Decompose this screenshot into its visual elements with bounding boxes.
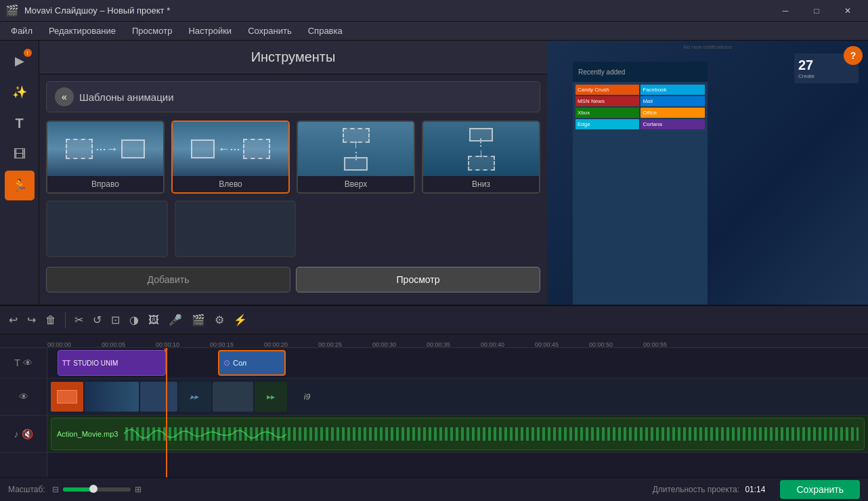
template-up[interactable]: ···→ Вверх bbox=[297, 121, 415, 194]
tile-fb: Facebook bbox=[641, 85, 705, 95]
settings-button[interactable]: ⚙ bbox=[211, 310, 227, 330]
vt7-text: i9 bbox=[303, 392, 311, 401]
track-label-audio: ♪ 🔇 bbox=[0, 416, 47, 453]
menu-save[interactable]: Сохранить bbox=[240, 23, 300, 39]
template-right-thumb: ···→ bbox=[47, 122, 163, 176]
ruler-0: 00:00:00 bbox=[47, 341, 71, 348]
anim-box-left-src bbox=[243, 139, 270, 159]
vt6-label: ▶▶ bbox=[267, 394, 275, 400]
maximize-button[interactable]: □ bbox=[802, 0, 831, 22]
menu-edit[interactable]: Редактирование bbox=[41, 23, 124, 39]
tile-cortana: Cortana bbox=[641, 119, 705, 129]
track-label-video: 👁 bbox=[0, 378, 47, 416]
timeline-tracks: T 👁 👁 ♪ 🔇 bbox=[0, 348, 868, 477]
track-content: TT STUDIO UNIM ⊙ Сол bbox=[47, 348, 868, 477]
vt1-inner bbox=[57, 390, 77, 404]
audio-waveform bbox=[124, 422, 859, 446]
video-track-row: ▶▶ ▶▶ i9 bbox=[47, 378, 868, 416]
menu-settings[interactable]: Настройки bbox=[180, 23, 240, 39]
text-track-eye-icon[interactable]: 👁 bbox=[23, 357, 32, 368]
preview-animation-button[interactable]: Просмотр bbox=[296, 267, 540, 292]
video-button[interactable]: 🎬 bbox=[188, 310, 209, 330]
color-button[interactable]: ◑ bbox=[126, 310, 142, 330]
sliders-button[interactable]: ⚡ bbox=[230, 310, 251, 330]
tool-media[interactable]: ▶ ! bbox=[5, 46, 35, 76]
text-track-T-icon[interactable]: T bbox=[14, 357, 20, 368]
video-track-icons: 👁 bbox=[19, 391, 28, 402]
menu-file[interactable]: Файл bbox=[3, 23, 41, 39]
template-grid-row1: ···→ Вправо ←··· Влев bbox=[46, 121, 540, 194]
help-button[interactable]: ? bbox=[844, 46, 863, 65]
anim-box-left-dst bbox=[191, 139, 215, 158]
tools-title: Инструменты bbox=[251, 49, 336, 65]
scale-min-icon: ⊟ bbox=[52, 485, 59, 494]
audio-track-note-icon[interactable]: ♪ bbox=[14, 429, 19, 439]
audio-track-mute-icon[interactable]: 🔇 bbox=[22, 429, 33, 439]
add-animation-button[interactable]: Добавить bbox=[46, 267, 290, 292]
tool-animation[interactable]: 🏃 bbox=[5, 171, 35, 200]
app-title: 🎬 Movavi Слайдшоу – Новый проект * bbox=[5, 4, 170, 17]
start-menu-header: Recently added bbox=[573, 62, 708, 82]
tile-office: Office bbox=[641, 108, 705, 118]
scale-max-icon: ⊞ bbox=[135, 485, 142, 494]
no-new-notifications: No new notifications bbox=[683, 44, 732, 50]
menu-help[interactable]: Справка bbox=[300, 23, 351, 39]
redo2-button[interactable]: ↺ bbox=[89, 310, 105, 330]
undo-button[interactable]: ↩ bbox=[5, 310, 21, 330]
animation-buttons: Добавить Просмотр bbox=[46, 267, 540, 292]
template-right[interactable]: ···→ Вправо bbox=[46, 121, 165, 194]
ruler-15: 00:00:15 bbox=[210, 341, 234, 348]
playhead[interactable] bbox=[166, 348, 167, 477]
template-left-thumb: ←··· bbox=[173, 122, 288, 176]
template-extra-1-thumb bbox=[47, 202, 167, 256]
ruler-25: 00:00:25 bbox=[318, 341, 342, 348]
video-strip[interactable]: ▶▶ ▶▶ i9 bbox=[51, 380, 403, 413]
template-up-label: Вверх bbox=[341, 176, 370, 192]
template-extra-2[interactable] bbox=[175, 200, 297, 257]
tool-filter[interactable]: 🎞 bbox=[5, 139, 35, 169]
vt2-inner bbox=[85, 382, 139, 412]
animation-icon: 🏃 bbox=[12, 178, 27, 193]
video-thumb-5 bbox=[213, 382, 253, 412]
tool-text[interactable]: T bbox=[5, 108, 35, 138]
video-thumb-4: ▶▶ bbox=[179, 382, 211, 412]
video-track-eye-icon[interactable]: 👁 bbox=[19, 391, 28, 402]
tools-header: Инструменты bbox=[39, 41, 547, 74]
svg-rect-1 bbox=[124, 422, 859, 446]
audio-clip[interactable]: Action_Movie.mp3 bbox=[51, 418, 865, 450]
template-down[interactable]: ···→ Вниз bbox=[422, 121, 540, 194]
timeline: ↩ ↪ 🗑 ✂ ↺ ⊡ ◑ 🖼 🎤 🎬 ⚙ ⚡ 00:00:00 00:00:0… bbox=[0, 305, 868, 477]
ruler-20: 00:00:20 bbox=[264, 341, 288, 348]
cut-button[interactable]: ✂ bbox=[71, 310, 87, 330]
ruler-55: 00:00:55 bbox=[643, 341, 667, 348]
tool-magic[interactable]: ✨ bbox=[5, 77, 35, 107]
ruler-50: 00:00:50 bbox=[589, 341, 613, 348]
minimize-button[interactable]: ─ bbox=[771, 0, 800, 22]
tile-mail: Mail bbox=[641, 96, 705, 106]
back-button[interactable]: « bbox=[55, 87, 74, 106]
text-clip-1[interactable]: TT STUDIO UNIM bbox=[58, 350, 166, 376]
image-button[interactable]: 🖼 bbox=[145, 311, 162, 330]
text-track-row: TT STUDIO UNIM ⊙ Сол bbox=[47, 348, 868, 378]
crop-button[interactable]: ⊡ bbox=[108, 310, 123, 330]
audio-button[interactable]: 🎤 bbox=[165, 310, 186, 330]
tile-msn: MSN News bbox=[576, 96, 640, 106]
text-clip-1-icon: TT bbox=[62, 360, 70, 367]
menu-bar: Файл Редактирование Просмотр Настройки С… bbox=[0, 22, 868, 41]
arrow-left-icon: ←··· bbox=[217, 142, 240, 156]
arrow-down-icon: ···→ bbox=[474, 137, 488, 159]
delete-button[interactable]: 🗑 bbox=[42, 311, 60, 330]
text-clip-2[interactable]: ⊙ Сол bbox=[218, 350, 286, 376]
media-icon: ▶ bbox=[15, 53, 24, 68]
menu-view[interactable]: Просмотр bbox=[124, 23, 180, 39]
template-right-label: Вправо bbox=[88, 176, 123, 192]
scale-slider[interactable] bbox=[63, 487, 131, 492]
redo-button[interactable]: ↪ bbox=[24, 310, 39, 330]
window-controls: ─ □ ✕ bbox=[771, 0, 863, 22]
ruler-35: 00:00:35 bbox=[427, 341, 450, 348]
close-button[interactable]: ✕ bbox=[833, 0, 863, 22]
template-extra-1[interactable] bbox=[46, 200, 168, 257]
template-left[interactable]: ←··· Влево bbox=[171, 121, 290, 194]
save-main-button[interactable]: Сохранить bbox=[780, 480, 860, 499]
scale-slider-thumb[interactable] bbox=[89, 485, 97, 493]
